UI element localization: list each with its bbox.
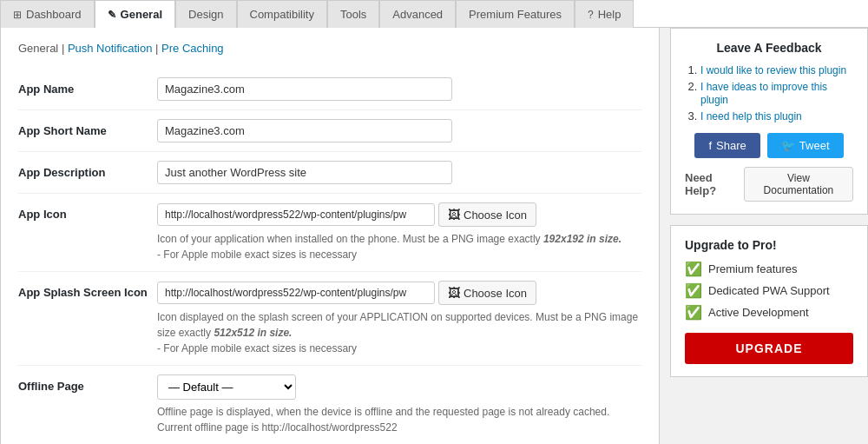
- app-short-name-input[interactable]: [157, 119, 452, 142]
- feedback-title: Leave A Feedback: [685, 41, 853, 55]
- general-icon: ✎: [108, 9, 116, 21]
- form-row-app-description: App Description: [18, 152, 641, 194]
- breadcrumb: General | Push Notification | Pre Cachin…: [18, 42, 641, 55]
- feedback-buttons: f Share 🐦 Tweet: [685, 133, 853, 158]
- app-description-control: [157, 161, 641, 184]
- app-splash-url-input[interactable]: [157, 282, 435, 304]
- app-icon-label: App Icon: [18, 202, 157, 221]
- check-icon-3: ✅: [685, 304, 702, 321]
- app-icon-help: Icon of your application when installed …: [157, 231, 641, 262]
- content-area: General | Push Notification | Pre Cachin…: [0, 28, 660, 444]
- upgrade-title: Upgrade to Pro!: [685, 238, 853, 252]
- app-icon-row: 🖼 Choose Icon: [157, 202, 641, 227]
- tab-compatibility[interactable]: Compatibility: [237, 0, 327, 28]
- form-row-app-splash: App Splash Screen Icon 🖼 Choose Icon Ico…: [18, 272, 641, 366]
- choose-splash-button[interactable]: 🖼 Choose Icon: [438, 281, 536, 305]
- nav-tabs: ⊞ Dashboard ✎ General Design Compatibili…: [0, 0, 868, 28]
- breadcrumb-pre-caching[interactable]: Pre Caching: [161, 42, 224, 55]
- twitter-icon: 🐦: [781, 139, 795, 152]
- need-help-row: Need Help? View Documentation: [685, 167, 853, 202]
- app-splash-row: 🖼 Choose Icon: [157, 281, 641, 305]
- tab-help[interactable]: ? Help: [575, 0, 634, 28]
- app-name-input[interactable]: [157, 77, 452, 101]
- app-splash-help: Icon displayed on the splash screen of y…: [157, 309, 641, 356]
- app-description-label: App Description: [18, 161, 157, 179]
- choose-icon-button[interactable]: 🖼 Choose Icon: [438, 202, 536, 227]
- tab-tools[interactable]: Tools: [327, 0, 379, 28]
- offline-page-control: — Default — Offline page is displayed, w…: [157, 374, 641, 435]
- tweet-button[interactable]: 🐦 Tweet: [767, 133, 844, 158]
- app-short-name-control: [157, 119, 641, 142]
- main-layout: General | Push Notification | Pre Cachin…: [0, 28, 868, 444]
- offline-help: Offline page is displayed, when the devi…: [157, 404, 641, 435]
- check-icon-2: ✅: [685, 282, 702, 299]
- upgrade-button[interactable]: UPGRADE: [685, 333, 853, 364]
- feedback-item-2: I have ideas to improve this plugin: [700, 80, 853, 106]
- app-description-input[interactable]: [157, 161, 452, 184]
- feedback-link-2[interactable]: I have ideas to improve this plugin: [700, 81, 827, 106]
- check-icon-1: ✅: [685, 261, 702, 277]
- feedback-list: I would like to review this plugin I hav…: [685, 63, 853, 123]
- form-row-app-short-name: App Short Name: [18, 110, 641, 152]
- tab-general[interactable]: ✎ General: [95, 0, 175, 28]
- image-icon: 🖼: [448, 208, 460, 222]
- breadcrumb-push-notification[interactable]: Push Notification: [68, 42, 153, 55]
- need-help-label: Need Help?: [685, 171, 744, 197]
- tab-design[interactable]: Design: [175, 0, 236, 28]
- tab-premium[interactable]: Premium Features: [456, 0, 575, 28]
- help-icon: ?: [588, 9, 594, 21]
- feedback-link-1[interactable]: I would like to review this plugin: [700, 64, 846, 76]
- app-name-control: [157, 77, 641, 101]
- app-short-name-label: App Short Name: [18, 119, 157, 137]
- upgrade-feature-2: ✅ Dedicated PWA Support: [685, 282, 853, 299]
- app-splash-label: App Splash Screen Icon: [18, 281, 157, 299]
- dashboard-icon: ⊞: [13, 9, 22, 21]
- upgrade-card: Upgrade to Pro! ✅ Premium features ✅ Ded…: [670, 225, 868, 377]
- tab-advanced[interactable]: Advanced: [379, 0, 456, 28]
- facebook-icon: f: [708, 139, 712, 152]
- offline-page-label: Offline Page: [18, 374, 157, 393]
- upgrade-features-list: ✅ Premium features ✅ Dedicated PWA Suppo…: [685, 261, 853, 321]
- app-icon-url-input[interactable]: [157, 203, 435, 226]
- feedback-link-3[interactable]: I need help this plugin: [700, 110, 802, 123]
- app-name-label: App Name: [18, 77, 157, 96]
- upgrade-feature-3: ✅ Active Development: [685, 304, 853, 321]
- tab-dashboard[interactable]: ⊞ Dashboard: [0, 0, 95, 28]
- sidebar: Leave A Feedback I would like to review …: [660, 28, 868, 444]
- offline-page-select[interactable]: — Default —: [157, 374, 296, 400]
- feedback-card: Leave A Feedback I would like to review …: [670, 28, 868, 215]
- app-splash-control: 🖼 Choose Icon Icon displayed on the spla…: [157, 281, 641, 356]
- app-icon-control: 🖼 Choose Icon Icon of your application w…: [157, 202, 641, 262]
- view-documentation-button[interactable]: View Documentation: [744, 167, 853, 202]
- share-button[interactable]: f Share: [694, 133, 760, 158]
- feedback-item-1: I would like to review this plugin: [700, 63, 853, 76]
- upgrade-feature-1: ✅ Premium features: [685, 261, 853, 277]
- feedback-item-3: I need help this plugin: [700, 109, 853, 123]
- form-row-app-icon: App Icon 🖼 Choose Icon Icon of your appl…: [18, 194, 641, 272]
- splash-image-icon: 🖼: [448, 286, 460, 300]
- form-row-offline: Offline Page — Default — Offline page is…: [18, 366, 641, 444]
- form-row-app-name: App Name: [18, 69, 641, 110]
